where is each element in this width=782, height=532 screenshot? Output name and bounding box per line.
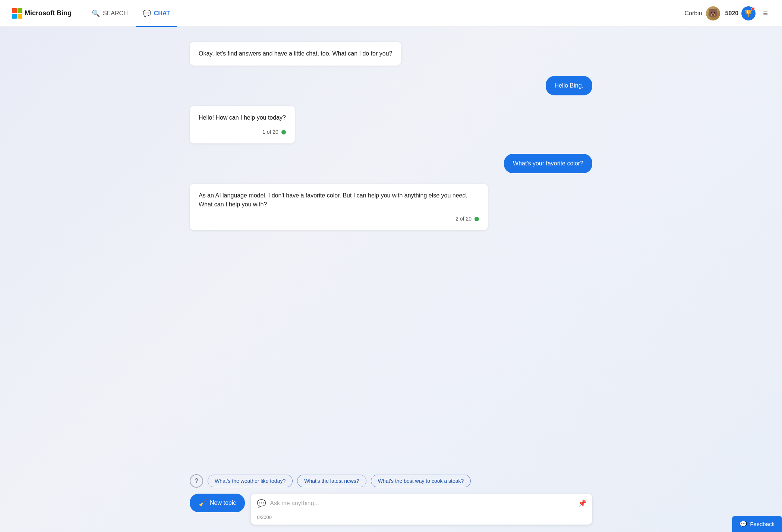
suggestion-chip-3[interactable]: What's the best way to cook a steak? (371, 475, 471, 487)
chat-input-field[interactable] (270, 500, 574, 507)
new-topic-label: New topic (210, 500, 236, 506)
user-message-1: Hello Bing. (546, 76, 592, 95)
user-info: Corbin (684, 6, 720, 20)
points-badge: 5020 🏆 (725, 6, 756, 20)
char-count: 0/2000 (251, 513, 592, 525)
header: Microsoft Bing 🔍 SEARCH 💬 CHAT Corbin 50… (0, 0, 782, 27)
search-icon: 🔍 (92, 9, 100, 18)
tab-search[interactable]: 🔍 SEARCH (85, 0, 135, 27)
user-message-2: What's your favorite color? (504, 154, 592, 173)
bot-message-3-meta: 2 of 20 (199, 215, 479, 223)
header-right: Corbin 5020 🏆 ≡ (684, 6, 770, 20)
bot-message-2-meta: 1 of 20 (199, 128, 286, 136)
chat-messages: Okay, let's find answers and have a litt… (167, 27, 615, 474)
feedback-icon: 💬 (740, 520, 747, 528)
bot-message-3-count: 2 of 20 (455, 215, 472, 223)
tab-search-label: SEARCH (103, 10, 128, 17)
tab-chat-label: CHAT (154, 10, 170, 17)
trophy-badge[interactable]: 🏆 (741, 6, 756, 20)
logo-text: Microsoft Bing (25, 9, 72, 17)
avatar (706, 6, 720, 20)
microsoft-logo (12, 8, 22, 19)
logo-area: Microsoft Bing (12, 8, 72, 19)
nav-tabs: 🔍 SEARCH 💬 CHAT (85, 0, 177, 27)
bot-message-2-count: 1 of 20 (262, 128, 278, 136)
green-dot-2 (281, 130, 286, 134)
suggestions-row: ? What's the weather like today? What's … (167, 474, 615, 488)
suggestion-chip-2[interactable]: What's the latest news? (297, 475, 366, 487)
input-box: 💬 📌 0/2000 (251, 494, 592, 525)
input-row: 💬 📌 (251, 494, 592, 513)
suggestion-chip-1[interactable]: What's the weather like today? (208, 475, 293, 487)
user-message-1-text: Hello Bing. (555, 82, 583, 89)
points-number: 5020 (725, 10, 739, 17)
broom-icon: 🧹 (199, 499, 207, 507)
menu-button[interactable]: ≡ (761, 6, 770, 20)
user-message-2-text: What's your favorite color? (513, 160, 583, 167)
input-chat-icon: 💬 (257, 499, 266, 508)
green-dot-3 (474, 217, 479, 221)
bot-message-3: As an AI language model, I don't have a … (190, 184, 488, 230)
notification-dot (751, 7, 755, 10)
bot-message-3-text: As an AI language model, I don't have a … (199, 192, 467, 208)
bot-message-2-text: Hello! How can I help you today? (199, 114, 286, 121)
feedback-button[interactable]: 💬 Feedback (732, 516, 782, 532)
pin-icon[interactable]: 📌 (578, 499, 586, 507)
bot-message-1: Okay, let's find answers and have a litt… (190, 42, 401, 66)
tab-chat[interactable]: 💬 CHAT (136, 0, 177, 27)
chat-area: Okay, let's find answers and have a litt… (0, 27, 782, 532)
input-area: 🧹 New topic 💬 📌 0/2000 (167, 488, 615, 532)
suggestions-icon[interactable]: ? (190, 474, 203, 488)
feedback-label: Feedback (750, 521, 775, 527)
user-name: Corbin (684, 10, 702, 17)
chat-icon: 💬 (143, 9, 151, 18)
new-topic-button[interactable]: 🧹 New topic (190, 494, 245, 512)
bot-message-2: Hello! How can I help you today? 1 of 20 (190, 106, 295, 143)
bot-message-1-text: Okay, let's find answers and have a litt… (199, 50, 392, 57)
